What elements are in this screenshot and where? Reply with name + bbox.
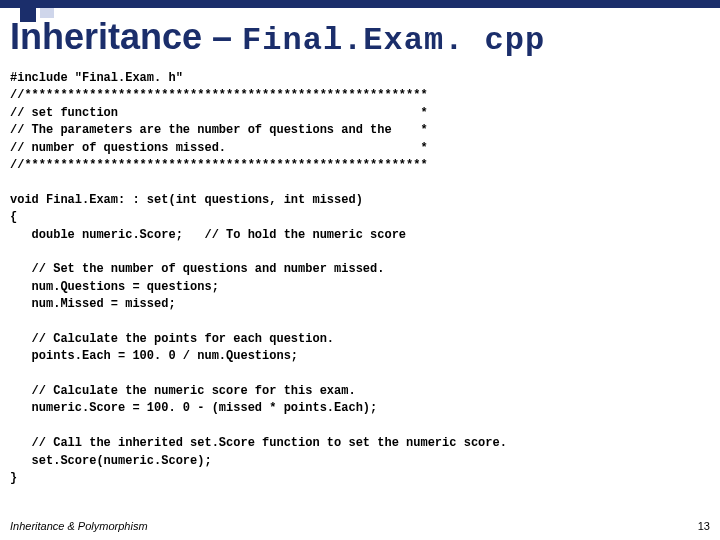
code-line: void Final.Exam: : set(int questions, in… bbox=[10, 193, 363, 207]
title-text-1: Inheritance – bbox=[10, 16, 242, 57]
code-line: // Calculate the numeric score for this … bbox=[10, 384, 356, 398]
code-line: // The parameters are the number of ques… bbox=[10, 123, 428, 137]
code-line: { bbox=[10, 210, 17, 224]
code-line: // Calculate the points for each questio… bbox=[10, 332, 334, 346]
code-line: points.Each = 100. 0 / num.Questions; bbox=[10, 349, 298, 363]
footer-topic: Inheritance & Polymorphism bbox=[10, 520, 148, 532]
code-line: //**************************************… bbox=[10, 158, 428, 172]
top-accent-bar bbox=[0, 0, 720, 8]
code-line: // set function * bbox=[10, 106, 428, 120]
page-number: 13 bbox=[698, 520, 710, 532]
code-line: // Set the number of questions and numbe… bbox=[10, 262, 384, 276]
code-line: //**************************************… bbox=[10, 88, 428, 102]
code-line: num.Missed = missed; bbox=[10, 297, 176, 311]
slide-title: Inheritance – Final.Exam. cpp bbox=[10, 16, 710, 59]
code-block: #include "Final.Exam. h" //*************… bbox=[10, 70, 700, 487]
code-line: num.Questions = questions; bbox=[10, 280, 219, 294]
slide: Inheritance – Final.Exam. cpp #include "… bbox=[0, 0, 720, 540]
code-line: #include "Final.Exam. h" bbox=[10, 71, 183, 85]
code-line: // number of questions missed. * bbox=[10, 141, 428, 155]
code-line: // Call the inherited set.Score function… bbox=[10, 436, 507, 450]
code-line: double numeric.Score; // To hold the num… bbox=[10, 228, 406, 242]
code-line: } bbox=[10, 471, 17, 485]
title-text-2: Final.Exam. cpp bbox=[242, 22, 545, 59]
code-line: set.Score(numeric.Score); bbox=[10, 454, 212, 468]
code-line: numeric.Score = 100. 0 - (missed * point… bbox=[10, 401, 377, 415]
